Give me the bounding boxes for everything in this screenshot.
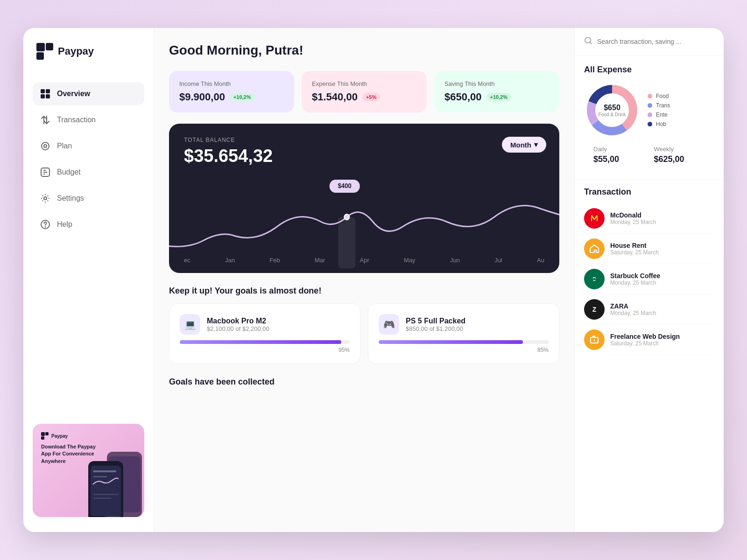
ps5-progress-pct: 85% <box>379 347 549 353</box>
budget-icon <box>40 167 50 177</box>
legend-hobbies-label: Hob <box>656 121 666 127</box>
logo-text: Paypay <box>58 45 94 57</box>
zara-icon: Z <box>584 299 605 320</box>
expense-badge: +5% <box>362 93 380 101</box>
app-promo-card: Paypay Download The Paypay App For Conve… <box>33 424 144 517</box>
goal-card-macbook: 💻 Macbook Pro M2 $2.100,00 of $2.200,00 … <box>169 303 360 364</box>
month-selector[interactable]: Month ▾ <box>502 137 546 153</box>
mcdonalds-date: Monday, 25 March <box>610 219 714 225</box>
tx-item-freelance[interactable]: Freelance Web Design Saturday, 25 March <box>584 325 714 355</box>
legend-food: Food <box>648 93 670 99</box>
month-jan: Jan <box>225 257 235 264</box>
svg-rect-14 <box>45 432 49 435</box>
phone-mockup <box>88 447 144 517</box>
sidebar-item-budget[interactable]: Budget <box>33 161 144 184</box>
legend-transport-label: Trans <box>656 102 670 109</box>
sidebar: Paypay Overview <box>23 28 154 532</box>
daily-item: Daily $55,00 <box>593 146 645 164</box>
balance-value: $35.654,32 <box>184 146 544 166</box>
goal-macbook-header: 💻 Macbook Pro M2 $2.100,00 of $2.200,00 <box>180 314 350 335</box>
svg-rect-25 <box>107 516 121 517</box>
sidebar-item-settings[interactable]: Settings <box>33 187 144 210</box>
house-rent-date: Saturday, 25 March <box>610 249 714 256</box>
svg-rect-23 <box>93 497 112 499</box>
goal-card-ps5: 🎮 PS 5 Full Packed $850,00 of $1.200,00 … <box>368 303 559 364</box>
saving-label: Saving This Month <box>444 80 549 87</box>
donut-label: Food & Drink <box>599 112 626 117</box>
stat-card-income: Income This Month $9.900,00 +10,2% <box>169 71 294 112</box>
goals-collected-title: Goals have been collected <box>169 377 559 387</box>
svg-rect-19 <box>91 466 121 517</box>
starbucks-info: Starbuck Coffee Monday, 25 March <box>610 272 714 286</box>
tx-item-mcdonalds[interactable]: McDonald Monday, 25 March <box>584 203 714 234</box>
balance-card: TOTAL BALANCE $35.654,32 Month ▾ $400 <box>169 124 559 273</box>
saving-value-row: $650,00 +10,2% <box>444 91 549 103</box>
zara-date: Monday, 25 March <box>610 310 714 316</box>
saving-badge: +10,2% <box>486 93 512 101</box>
greeting: Good Morning, Putra! <box>169 43 559 58</box>
goals-section-title: Keep it up! Your goals is almost done! <box>169 286 559 296</box>
macbook-progress-fill <box>180 340 341 344</box>
starbucks-icon <box>584 269 605 289</box>
plan-icon <box>40 141 50 151</box>
sidebar-item-help-label: Help <box>57 220 72 229</box>
chevron-down-icon: ▾ <box>534 140 538 149</box>
sidebar-item-transaction-label: Transaction <box>57 116 96 124</box>
svg-point-30 <box>585 37 591 43</box>
donut-amount: $650 <box>599 104 626 112</box>
svg-rect-0 <box>36 43 45 51</box>
tx-item-house-rent[interactable]: House Rent Saturday, 25 March <box>584 234 714 264</box>
ps5-progress-bg <box>379 340 549 344</box>
stats-row: Income This Month $9.900,00 +10,2% Expen… <box>169 71 559 112</box>
income-badge: +10,2% <box>230 93 255 101</box>
svg-text:$400: $400 <box>338 182 352 190</box>
tx-item-starbucks[interactable]: Starbuck Coffee Monday, 25 March <box>584 264 714 294</box>
app-promo-logo-text: Paypay <box>51 434 68 439</box>
svg-rect-20 <box>93 470 116 472</box>
ps5-amount: $850,00 of $1.200,00 <box>406 325 465 332</box>
app-promo-logo: Paypay <box>41 432 136 440</box>
stat-card-saving: Saving This Month $650,00 +10,2% <box>434 71 559 112</box>
sidebar-item-plan[interactable]: Plan <box>33 134 144 158</box>
saving-value: $650,00 <box>444 91 482 103</box>
svg-rect-21 <box>93 476 107 477</box>
svg-rect-2 <box>36 52 44 60</box>
goal-ps5-header: 🎮 PS 5 Full Packed $850,00 of $1.200,00 <box>379 314 549 335</box>
search-bar <box>575 28 724 56</box>
stat-card-expense: Expense This Month $1.540,00 +5% <box>302 71 427 112</box>
legend-entertainment: Ente <box>648 112 670 118</box>
macbook-icon: 💻 <box>180 314 200 335</box>
sidebar-item-settings-label: Settings <box>57 194 84 203</box>
help-icon <box>40 219 50 230</box>
sidebar-item-help[interactable]: Help <box>33 213 144 236</box>
mcdonalds-info: McDonald Monday, 25 March <box>610 211 714 225</box>
svg-rect-6 <box>46 94 50 98</box>
ps5-name: PS 5 Full Packed <box>406 317 465 325</box>
month-jun: Jun <box>450 257 460 264</box>
sidebar-item-transaction[interactable]: Transaction <box>33 108 144 132</box>
tx-item-zara[interactable]: Z ZARA Monday, 25 March <box>584 294 714 325</box>
donut-chart: $650 Food & Drink <box>584 82 640 138</box>
sidebar-item-overview[interactable]: Overview <box>33 82 144 105</box>
svg-rect-13 <box>41 432 45 436</box>
svg-rect-5 <box>41 94 45 98</box>
chart-area: $400 ec Jan Feb Mar Apr May Jun Jul Au <box>169 180 559 273</box>
month-feb: Feb <box>269 257 280 264</box>
freelance-date: Saturday, 25 March <box>610 340 714 347</box>
month-aug: Au <box>537 257 544 264</box>
legend-transport: Trans <box>648 102 670 109</box>
svg-point-12 <box>45 227 46 227</box>
svg-rect-15 <box>41 436 44 440</box>
month-jul: Jul <box>494 257 502 264</box>
month-apr: Apr <box>360 257 369 264</box>
house-rent-name: House Rent <box>610 242 714 249</box>
macbook-name: Macbook Pro M2 <box>207 317 269 325</box>
svg-rect-3 <box>41 89 45 93</box>
transaction-section: Transaction McDonald Monday, 25 March <box>575 180 724 532</box>
expense-value-row: $1.540,00 +5% <box>312 91 416 103</box>
daily-weekly: Daily $55,00 Weekly $625,00 <box>584 146 714 172</box>
expense-legend: Food Trans Ente Hob <box>648 93 670 127</box>
freelance-info: Freelance Web Design Saturday, 25 March <box>610 333 714 347</box>
svg-rect-24 <box>91 516 105 517</box>
search-input[interactable] <box>597 38 714 45</box>
